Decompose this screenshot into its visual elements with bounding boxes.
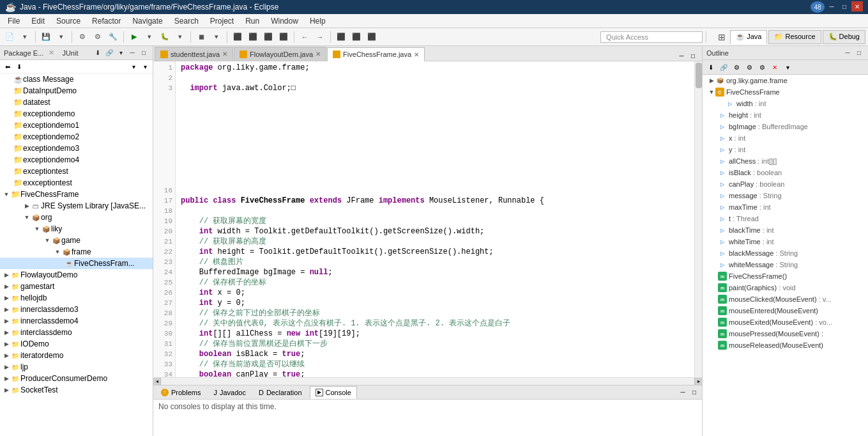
menu-search[interactable]: Search (169, 15, 204, 27)
tab-declaration[interactable]: D Declaration (254, 386, 307, 399)
outline-item-mousepressed[interactable]: m mousePressed(MouseEvent) : (703, 328, 868, 339)
tree-item-exceptiondemo4[interactable]: 📁 exceptiondemo4 (0, 154, 153, 166)
menu-navigate[interactable]: Navigate (127, 15, 167, 27)
toolbar-btn-15[interactable]: ⬛ (277, 30, 291, 44)
tree-item-class-message[interactable]: ☕ class Message (0, 74, 153, 85)
menu-source[interactable]: Source (51, 15, 86, 27)
outline-tool-1[interactable]: ⬇ (705, 61, 717, 73)
outline-tool-5[interactable]: ⚙ (756, 61, 768, 73)
toolbar-btn-12[interactable]: ⬛ (231, 30, 245, 44)
outline-item-pkg[interactable]: ▶ 📦 org.liky.game.frame (703, 75, 868, 86)
bottom-minimize-button[interactable]: ─ (678, 387, 688, 398)
tree-item-innerclass4[interactable]: ▶ 📁 innerclassdemo4 (0, 315, 153, 327)
outline-item-t[interactable]: ▷ t : Thread (703, 213, 868, 224)
outline-item-width[interactable]: ▷ width : int (703, 98, 868, 109)
tree-btn-4[interactable]: ▾ (140, 61, 150, 72)
quick-access-box[interactable]: Quick Access (600, 31, 703, 43)
outline-tool-2[interactable]: 🔗 (718, 61, 729, 73)
tab-flowlayout[interactable]: FlowlayoutDem.java ✕ (234, 47, 326, 61)
tree-item-fivechessframe-file[interactable]: ☕ FiveChessFram... (0, 258, 153, 269)
scroll-right-button[interactable]: ▸ (694, 378, 702, 385)
tree-item-iodemo[interactable]: ▶ 📁 IODemo (0, 338, 153, 350)
menu-refactor[interactable]: Refactor (87, 15, 126, 27)
outline-maximize-button[interactable]: □ (854, 48, 864, 58)
outline-item-height[interactable]: ▷ height : int (703, 109, 868, 121)
run-button[interactable]: ▶ (127, 30, 141, 44)
toolbar-btn-20[interactable]: ⬛ (365, 30, 379, 44)
maximize-button[interactable]: □ (839, 1, 850, 12)
toolbar-btn-19[interactable]: ⬛ (349, 30, 363, 44)
perspective-debug[interactable]: 🐛 Debug (823, 30, 865, 44)
debug-button[interactable]: 🐛 (158, 30, 172, 44)
outline-item-isblack[interactable]: ▷ isBlack : boolean (703, 167, 868, 178)
tree-item-flowlayout[interactable]: ▶ 📁 FlowlayoutDemo (0, 269, 153, 281)
outline-item-blackmessage[interactable]: ▷ blackMessage : String (703, 247, 868, 259)
toolbar-btn-11[interactable]: ▾ (209, 30, 224, 44)
junit-tab[interactable]: JUnit (59, 49, 80, 57)
menu-run[interactable]: Run (240, 15, 264, 27)
outline-tool-4[interactable]: ⚙ (743, 61, 755, 73)
toolbar-btn-14[interactable]: ⬛ (261, 30, 275, 44)
toolbar-btn-13[interactable]: ⬛ (246, 30, 260, 44)
tab-problems[interactable]: ! Problems (156, 386, 206, 399)
tree-item-gamestart[interactable]: ▶ 📁 gamestart (0, 281, 153, 292)
tree-item-iteratordemo[interactable]: ▶ 📁 iteratordemo (0, 350, 153, 361)
tree-item-liky[interactable]: ▼ 📦 liky (0, 223, 153, 235)
outline-item-maxtime[interactable]: ▷ maxTime : int (703, 201, 868, 213)
editor-maximize-button[interactable]: □ (688, 51, 698, 61)
tree-item-exceptiondemo2[interactable]: 📁 exceptiondemo2 (0, 131, 153, 143)
tree-btn-3[interactable]: ▾ (128, 61, 139, 72)
debug-dropdown[interactable]: ▾ (173, 30, 187, 44)
new-button[interactable]: 📄 (3, 30, 17, 44)
outline-item-y[interactable]: ▷ y : int (703, 144, 868, 155)
editor-minimize-button[interactable]: ─ (676, 51, 687, 61)
scroll-left-button[interactable]: ◂ (153, 378, 161, 385)
toolbar-btn-7[interactable]: 🔧 (106, 30, 120, 44)
tab-close-button[interactable]: ✕ (414, 51, 419, 58)
tree-item-datainput[interactable]: 📁 DataInputDemo (0, 85, 153, 97)
outline-item-whitemessage[interactable]: ▷ whiteMessage : String (703, 259, 868, 270)
tree-item-game[interactable]: ▼ 📦 game (0, 235, 153, 246)
link-editor-button[interactable]: 🔗 (104, 48, 114, 58)
tree-btn-1[interactable]: ⬅ (3, 61, 13, 72)
minimize-button[interactable]: ─ (826, 1, 837, 12)
menu-window[interactable]: Window (266, 15, 303, 27)
perspective-java[interactable]: ☕ Java (730, 30, 767, 44)
menu-project[interactable]: Project (205, 15, 239, 27)
code-content[interactable]: package org.liky.game.frame; import java… (176, 61, 694, 377)
perspective-btn-icon[interactable]: ⊞ (715, 30, 729, 44)
tree-item-exceptiondemo3[interactable]: 📁 exceptiondemo3 (0, 143, 153, 154)
back-button[interactable]: ← (298, 30, 312, 44)
tab-javadoc[interactable]: J Javadoc (208, 386, 250, 399)
tab-close-button[interactable]: ✕ (316, 51, 321, 58)
outline-item-class[interactable]: ▼ C FiveChessFrame (703, 86, 868, 98)
outline-item-allchess[interactable]: ▷ allChess : int[][] (703, 155, 868, 167)
outline-item-message[interactable]: ▷ message : String (703, 190, 868, 201)
tree-item-datatest[interactable]: 📁 datatest (0, 97, 153, 108)
toolbar-btn-10[interactable]: ◼ (194, 30, 208, 44)
tree-item-exceptiondemo[interactable]: 📁 exceptiondemo (0, 108, 153, 120)
tree-btn-2[interactable]: ⬇ (14, 61, 24, 72)
toolbar-btn-6[interactable]: ⚙ (91, 30, 105, 44)
tree-item-exceptiondemo1[interactable]: 📁 exceptiondemo1 (0, 120, 153, 131)
tree-item-interclass[interactable]: ▶ 📁 interclassdemo (0, 327, 153, 338)
menu-help[interactable]: Help (305, 15, 331, 27)
outline-item-x[interactable]: ▷ x : int (703, 132, 868, 144)
tree-item-ljp[interactable]: ▶ 📁 ljp (0, 361, 153, 373)
tree-item-innerclass3[interactable]: ▶ 📁 innerclassdemo3 (0, 304, 153, 315)
tab-console[interactable]: ▶ Console (310, 386, 357, 399)
tree-item-sockettest[interactable]: ▶ 📁 SocketTest (0, 384, 153, 396)
run-dropdown[interactable]: ▾ (142, 30, 156, 44)
save-button[interactable]: 💾 (39, 30, 53, 44)
outline-tool-6[interactable]: ✕ (769, 61, 780, 73)
tab-fivechess[interactable]: FiveChessFrame.java ✕ (327, 47, 425, 61)
tab-studenttest[interactable]: studenttest.java ✕ (155, 47, 233, 61)
tree-item-fivechess[interactable]: ▼ 📁 FiveChessFrame (0, 189, 153, 200)
outline-item-constructor[interactable]: m FiveChessFrame() (703, 270, 868, 282)
tree-item-hellojdb[interactable]: ▶ 📁 hellojdb (0, 292, 153, 304)
outline-item-canplay[interactable]: ▷ canPlay : boolean (703, 178, 868, 190)
outline-item-bgimage[interactable]: ▷ bgImage : BufferedImage (703, 121, 868, 132)
toolbar-btn-5[interactable]: ⚙ (75, 30, 89, 44)
toolbar-btn-2[interactable]: ▾ (18, 30, 32, 44)
minimize-panel-button[interactable]: ─ (127, 48, 137, 58)
